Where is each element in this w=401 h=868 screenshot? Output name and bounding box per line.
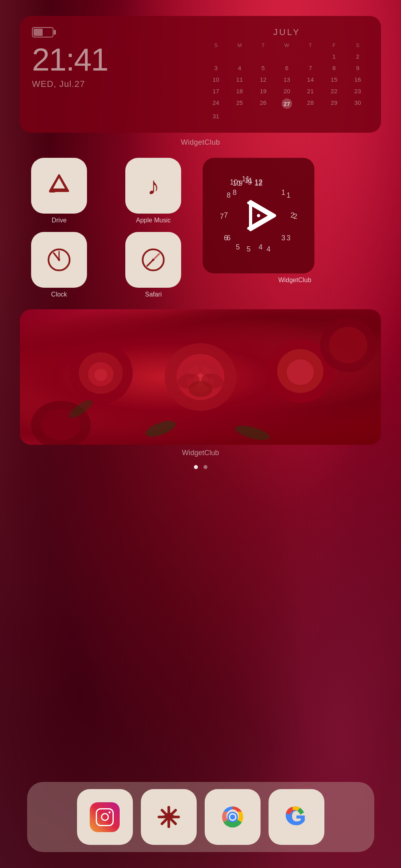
safari-label: Safari	[145, 291, 162, 298]
cal-header: S	[346, 41, 369, 50]
cal-day: 24	[205, 97, 227, 110]
svg-point-36	[152, 259, 155, 261]
svg-point-45	[189, 381, 213, 397]
clock-widget-face[interactable]: 12 1 2 3 4 5 6 7 8 9 10 11 12 1 2 3	[203, 158, 314, 273]
page-dots	[0, 465, 401, 469]
svg-text:11: 11	[241, 176, 249, 183]
cal-day	[228, 51, 251, 62]
instagram-dock-icon[interactable]	[77, 789, 133, 845]
app-grid: Drive ♪ Apple Music 12 1 2 3 4 5 6	[0, 150, 401, 306]
calendar-widget: JULY S M T W T F S 1 2 3 4	[205, 27, 369, 122]
svg-point-58	[233, 423, 271, 443]
clock-widget[interactable]: 12 1 2 3 4 5 6 7 8 9 10 11 12 1 2 3	[201, 154, 389, 288]
cal-day	[228, 111, 251, 122]
cal-day: 27	[275, 97, 298, 110]
drive-icon-inner	[45, 172, 73, 200]
cal-day: 20	[275, 86, 298, 96]
cal-day: 13	[275, 74, 298, 85]
cal-header: S	[205, 41, 227, 50]
cal-header: T	[252, 41, 275, 50]
safari-app[interactable]: Safari	[106, 228, 200, 302]
cal-day	[346, 111, 369, 122]
google-dock-icon[interactable]: G	[269, 789, 324, 845]
cal-day: 16	[346, 74, 369, 85]
svg-point-57	[144, 418, 178, 440]
svg-text:7: 7	[219, 212, 223, 220]
safari-icon-svg	[140, 246, 167, 273]
cal-day: 2	[346, 51, 369, 62]
widget-date: WED, Jul.27	[32, 79, 197, 89]
cal-day: 4	[228, 63, 251, 73]
svg-text:2: 2	[290, 211, 294, 219]
cal-day: 17	[205, 86, 227, 96]
photo-widget[interactable]	[20, 309, 381, 445]
apple-music-app[interactable]: ♪ Apple Music	[106, 154, 200, 228]
clock-widget-label: WidgetClub	[203, 277, 387, 284]
cal-day: 8	[323, 63, 346, 73]
cal-header: M	[228, 41, 251, 50]
roses-svg	[20, 309, 381, 445]
appstore-dock-icon[interactable]: ✦	[141, 789, 197, 845]
cal-day: 1	[323, 51, 346, 62]
instagram-icon[interactable]	[90, 802, 120, 832]
widget-time: 21:41	[32, 44, 197, 76]
apple-music-label: Apple Music	[136, 217, 171, 224]
safari-icon[interactable]	[125, 232, 181, 288]
cal-day: 31	[205, 111, 227, 122]
instagram-lens	[101, 813, 109, 821]
svg-point-52	[287, 359, 314, 385]
svg-text:1: 1	[281, 189, 285, 196]
cal-day: 26	[252, 97, 275, 110]
cal-day: 11	[228, 74, 251, 85]
svg-text:3: 3	[286, 234, 290, 242]
drive-icon[interactable]	[31, 158, 87, 214]
chrome-icon[interactable]	[219, 803, 246, 831]
cal-day: 6	[275, 63, 298, 73]
svg-point-54	[329, 327, 367, 363]
cal-day	[299, 51, 322, 62]
page-dot-2	[203, 465, 207, 469]
svg-text:4: 4	[266, 245, 270, 253]
svg-text:8: 8	[226, 191, 230, 199]
svg-text:✦: ✦	[160, 805, 177, 827]
svg-point-49	[95, 369, 107, 381]
svg-text:5: 5	[235, 243, 239, 251]
svg-text:8: 8	[232, 189, 236, 196]
instagram-dot	[109, 811, 111, 813]
cal-day: 19	[252, 86, 275, 96]
google-icon[interactable]: G	[283, 803, 310, 831]
drive-app[interactable]: Drive	[12, 154, 106, 228]
svg-line-30	[54, 253, 59, 260]
widget-left: 21:41 WED, Jul.27	[32, 27, 197, 89]
music-icon[interactable]: ♪	[125, 158, 181, 214]
svg-line-34	[153, 254, 159, 260]
cal-day	[252, 111, 275, 122]
cal-day	[275, 111, 298, 122]
svg-text:12: 12	[254, 178, 262, 186]
svg-text:6: 6	[223, 234, 227, 242]
cal-day: 23	[346, 86, 369, 96]
cal-header: W	[275, 41, 298, 50]
cal-day: 30	[346, 97, 369, 110]
top-widget[interactable]: 21:41 WED, Jul.27 JULY S M T W T F S	[20, 16, 381, 133]
svg-text:5: 5	[246, 245, 250, 253]
roses-photo	[20, 309, 381, 445]
svg-point-28	[257, 214, 260, 217]
appstore-icon[interactable]: ✦	[155, 803, 182, 831]
svg-line-35	[147, 260, 153, 266]
cal-day: 22	[323, 86, 346, 96]
clock-app-icon[interactable]	[31, 232, 87, 288]
cal-day: 18	[228, 86, 251, 96]
widget-club-label-2: WidgetClub	[0, 449, 401, 457]
chrome-dock-icon[interactable]	[205, 789, 261, 845]
page-dot-1	[194, 465, 198, 469]
cal-header: F	[323, 41, 346, 50]
cal-day: 21	[299, 86, 322, 96]
cal-day: 7	[299, 63, 322, 73]
clock-app[interactable]: Clock	[12, 228, 106, 302]
svg-text:10: 10	[229, 178, 237, 186]
widget-club-label-1: WidgetClub	[0, 138, 401, 147]
analog-clock-svg: 12 1 2 3 4 5 6 7 8 9 10 11 12 1 2 3	[219, 176, 298, 255]
dock: ✦ G	[27, 782, 374, 852]
clock-icon-svg	[45, 246, 73, 273]
